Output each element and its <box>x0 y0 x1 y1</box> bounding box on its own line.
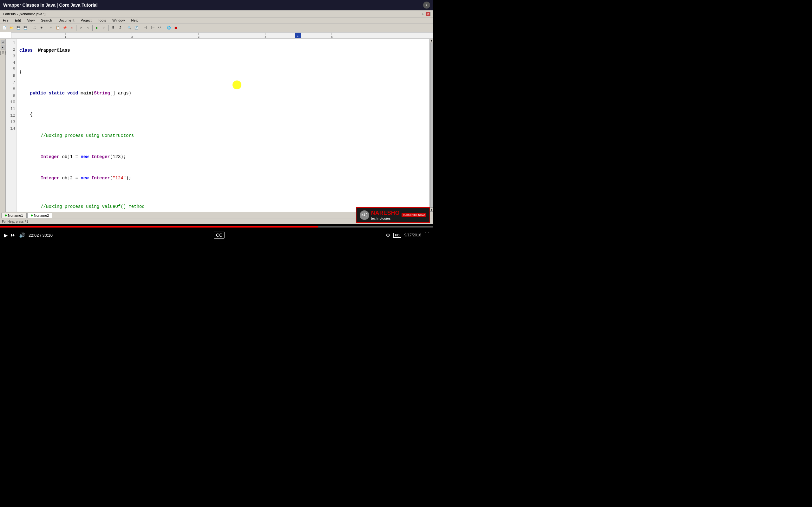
progress-fill <box>0 226 318 228</box>
svg-text:3: 3 <box>198 35 200 38</box>
volume-button[interactable]: 🔊 <box>19 232 26 238</box>
editor-window-title: EditPlus - [Noname2.java *] <box>3 12 46 16</box>
scroll-down-button[interactable]: ▼ <box>430 208 433 212</box>
menu-window[interactable]: Window <box>111 18 126 22</box>
naresh-brand-text: NARESH <box>371 210 395 216</box>
tab-dot-1 <box>5 215 7 216</box>
date-display: 9/17/2016 <box>404 233 421 237</box>
progress-bar[interactable] <box>0 226 433 228</box>
svg-text:1: 1 <box>65 35 66 38</box>
maximize-button[interactable]: □ <box>421 12 425 16</box>
code-line-2: { <box>19 61 427 82</box>
save-all-button[interactable]: 💾 <box>22 25 29 31</box>
indent-button[interactable]: →| <box>142 25 149 31</box>
menu-view[interactable]: View <box>26 18 36 22</box>
menu-file[interactable]: File <box>2 18 10 22</box>
toolbar-sep-3 <box>76 25 77 31</box>
toolbar-sep-5 <box>108 25 109 31</box>
vertical-scrollbar[interactable]: ▲ ▼ <box>429 39 433 212</box>
side-label-def3: De <box>1 51 4 55</box>
svg-text:4: 4 <box>264 35 266 38</box>
cut-button[interactable]: ✂ <box>48 25 54 31</box>
menu-edit[interactable]: Edit <box>14 18 22 22</box>
code-line-1: class WrapperClass <box>19 40 427 61</box>
ruler: 1 2 3 4 + 5 <box>0 32 433 39</box>
compile-button[interactable]: ⚡ <box>101 25 107 31</box>
toolbar-sep-7 <box>141 25 141 31</box>
tab-noname2[interactable]: Noname2 <box>27 213 53 218</box>
comment-button[interactable]: // <box>156 25 163 31</box>
menu-search[interactable]: Search <box>40 18 53 22</box>
code-line-5: //Boxing process using Constructors <box>19 125 427 147</box>
undo-button[interactable]: ↩ <box>78 25 84 31</box>
menu-tools[interactable]: Tools <box>97 18 107 22</box>
minimize-button[interactable]: ─ <box>416 12 420 16</box>
side-label-def4: Det <box>0 51 1 55</box>
video-title: Wrapper Classes in Java | Core Java Tuto… <box>3 3 98 8</box>
find-button[interactable]: 🔍 <box>126 25 133 31</box>
time-display: 22:02 / 30:10 <box>29 233 53 238</box>
run-button[interactable]: ▶ <box>94 25 100 31</box>
naresh-logo: Ni( NARESH O technologies SUBSCRIBE NOW! <box>356 207 430 223</box>
svg-text:+: + <box>297 35 299 38</box>
close-button[interactable]: ✕ <box>426 12 430 16</box>
svg-text:2: 2 <box>131 35 133 38</box>
settings-button[interactable]: ⚙ <box>386 232 390 238</box>
tab-label-2: Noname2 <box>34 214 49 217</box>
captions-button[interactable]: CC <box>214 232 224 239</box>
toolbar-sep-2 <box>46 25 46 31</box>
open-file-button[interactable]: 📂 <box>8 25 14 31</box>
code-line-8 <box>19 189 427 196</box>
line-numbers: 1 2 3 4 5 6 7 8 9 10 11 12 13 14 <box>6 39 17 212</box>
italic-button[interactable]: I <box>117 25 123 31</box>
paste-button[interactable]: 📌 <box>61 25 68 31</box>
status-text: For Help, press F1 <box>2 220 28 223</box>
panel-icon-1[interactable]: ◀ <box>1 40 5 44</box>
scroll-thumb[interactable] <box>430 43 433 208</box>
panel-icon-2[interactable]: ▶ <box>1 45 5 49</box>
left-panel: ◀ ▶ Dat De Der De Det p1 p3 <box>0 39 6 212</box>
new-file-button[interactable]: 📄 <box>1 25 8 31</box>
print-button[interactable]: 🖨 <box>32 25 38 31</box>
subscribe-button[interactable]: SUBSCRIBE NOW! <box>402 213 426 217</box>
delete-button[interactable]: ✕ <box>68 25 75 31</box>
svg-text:5: 5 <box>331 35 333 38</box>
menu-project[interactable]: Project <box>79 18 93 22</box>
play-button[interactable]: ▶ <box>4 232 8 238</box>
tab-label-1: Noname1 <box>8 214 23 217</box>
code-line-4: { <box>19 104 427 125</box>
toolbar-sep-4 <box>92 25 93 31</box>
code-line-3: public static void main(String[] args) <box>19 82 427 104</box>
tab-dot-2 <box>31 215 33 216</box>
toolbar-sep-1 <box>30 25 30 31</box>
print-preview-button[interactable]: 👁 <box>38 25 45 31</box>
outdent-button[interactable]: |← <box>149 25 156 31</box>
save-file-button[interactable]: 💾 <box>15 25 21 31</box>
hd-badge[interactable]: HD <box>393 233 401 238</box>
copy-button[interactable]: 📋 <box>55 25 61 31</box>
code-area[interactable]: class WrapperClass { public static void … <box>17 39 429 212</box>
redo-button[interactable]: ↪ <box>85 25 91 31</box>
ni-logo-icon: Ni( <box>360 210 369 220</box>
code-line-7: Integer obj2 = new Integer("124"); <box>19 168 427 189</box>
stop-button[interactable]: ⏹ <box>172 25 179 31</box>
video-controls: ▶ ⏭ 🔊 22:02 / 30:10 CC ⚙ HD 9/17/2016 ⛶ <box>0 224 433 243</box>
menu-help[interactable]: Help <box>130 18 140 22</box>
skip-back-button[interactable]: ⏭ <box>11 232 16 238</box>
info-icon[interactable]: i <box>423 2 430 9</box>
menu-document[interactable]: Document <box>57 18 75 22</box>
code-line-6: Integer obj1 = new Integer(123); <box>19 147 427 168</box>
scroll-up-button[interactable]: ▲ <box>430 39 433 43</box>
browser-button[interactable]: 🌐 <box>165 25 172 31</box>
replace-button[interactable]: 🔄 <box>133 25 140 31</box>
tab-noname1[interactable]: Noname1 <box>1 213 27 218</box>
fullscreen-button[interactable]: ⛶ <box>424 232 429 238</box>
toolbar-sep-8 <box>164 25 164 31</box>
bold-button[interactable]: B <box>110 25 116 31</box>
naresh-sub-text: technologies <box>371 216 400 220</box>
